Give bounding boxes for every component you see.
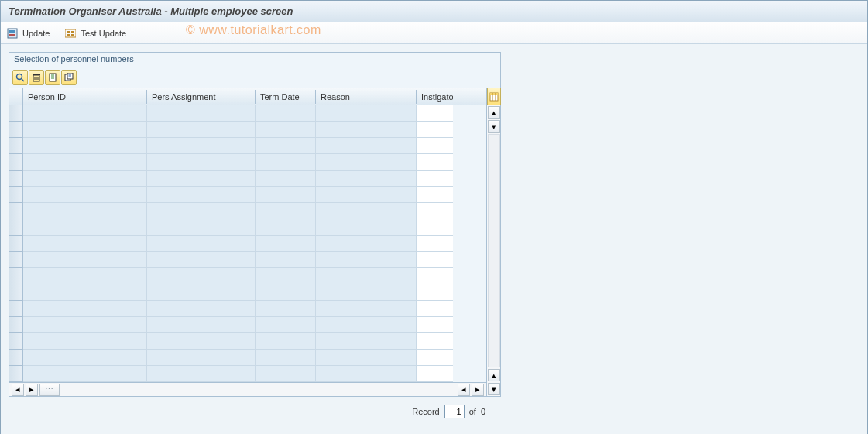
update-button[interactable]: Update xyxy=(7,28,50,39)
cell-reason[interactable] xyxy=(316,122,417,138)
row-selector[interactable] xyxy=(9,236,23,252)
cell-pers-assignment[interactable] xyxy=(147,301,256,317)
cell-term-date[interactable] xyxy=(256,317,316,333)
cell-term-date[interactable] xyxy=(256,366,316,382)
cell-pers-assignment[interactable] xyxy=(147,187,256,203)
cell-instigator[interactable] xyxy=(417,105,453,122)
row-selector[interactable] xyxy=(9,154,23,170)
row-selector[interactable] xyxy=(9,170,23,187)
cell-pers-assignment[interactable] xyxy=(147,350,256,366)
cell-pers-assignment[interactable] xyxy=(147,366,256,382)
cell-pers-assignment[interactable] xyxy=(147,268,256,284)
cell-pers-assignment[interactable] xyxy=(147,284,256,301)
cell-term-date[interactable] xyxy=(256,122,316,138)
cell-person-id[interactable] xyxy=(23,301,147,317)
cell-pers-assignment[interactable] xyxy=(147,333,256,350)
cell-person-id[interactable] xyxy=(23,105,147,122)
cell-term-date[interactable] xyxy=(256,170,316,187)
cell-term-date[interactable] xyxy=(256,154,316,170)
cell-reason[interactable] xyxy=(316,236,417,252)
cell-instigator[interactable] xyxy=(417,154,453,170)
vscroll-up-button[interactable]: ▴ xyxy=(488,106,500,119)
cell-person-id[interactable] xyxy=(23,284,147,301)
cell-pers-assignment[interactable] xyxy=(147,203,256,219)
cell-person-id[interactable] xyxy=(23,219,147,236)
record-number-input[interactable] xyxy=(444,405,465,418)
cell-instigator[interactable] xyxy=(417,187,453,203)
row-selector[interactable] xyxy=(9,187,23,203)
cell-person-id[interactable] xyxy=(23,122,147,138)
cell-person-id[interactable] xyxy=(23,236,147,252)
row-selector[interactable] xyxy=(9,252,23,268)
cell-person-id[interactable] xyxy=(23,268,147,284)
cell-instigator[interactable] xyxy=(417,350,453,366)
cell-term-date[interactable] xyxy=(256,284,316,301)
cell-term-date[interactable] xyxy=(256,236,316,252)
cell-reason[interactable] xyxy=(316,301,417,317)
cell-reason[interactable] xyxy=(316,219,417,236)
cell-instigator[interactable] xyxy=(417,252,453,268)
hscroll-right-button[interactable]: ▸ xyxy=(26,384,38,396)
cell-term-date[interactable] xyxy=(256,301,316,317)
cell-instigator[interactable] xyxy=(417,268,453,284)
cell-pers-assignment[interactable] xyxy=(147,154,256,170)
col-header-pers-assignment[interactable]: Pers Assignment xyxy=(147,90,256,104)
row-selector[interactable] xyxy=(9,301,23,317)
cell-term-date[interactable] xyxy=(256,252,316,268)
grid-search-button[interactable] xyxy=(12,70,28,85)
cell-person-id[interactable] xyxy=(23,350,147,366)
row-selector-header[interactable] xyxy=(9,88,23,105)
row-selector[interactable] xyxy=(9,268,23,284)
cell-reason[interactable] xyxy=(316,138,417,154)
row-selector[interactable] xyxy=(9,350,23,366)
grid-duplicate-button[interactable] xyxy=(61,70,77,85)
grid-delete-button[interactable] xyxy=(29,70,44,85)
cell-person-id[interactable] xyxy=(23,170,147,187)
cell-term-date[interactable] xyxy=(256,105,316,122)
row-selector[interactable] xyxy=(9,333,23,350)
cell-instigator[interactable] xyxy=(417,203,453,219)
vscroll-down-step-button[interactable]: ▾ xyxy=(488,120,500,133)
cell-person-id[interactable] xyxy=(23,317,147,333)
cell-reason[interactable] xyxy=(316,284,417,301)
cell-reason[interactable] xyxy=(316,366,417,382)
row-selector[interactable] xyxy=(9,203,23,219)
cell-reason[interactable] xyxy=(316,105,417,122)
row-selector[interactable] xyxy=(9,284,23,301)
cell-person-id[interactable] xyxy=(23,333,147,350)
cell-instigator[interactable] xyxy=(417,236,453,252)
col-header-reason[interactable]: Reason xyxy=(316,90,417,104)
cell-reason[interactable] xyxy=(316,333,417,350)
row-selector[interactable] xyxy=(9,366,23,382)
vscroll-track[interactable] xyxy=(488,134,500,367)
cell-pers-assignment[interactable] xyxy=(147,219,256,236)
cell-instigator[interactable] xyxy=(417,301,453,317)
cell-instigator[interactable] xyxy=(417,284,453,301)
cell-reason[interactable] xyxy=(316,268,417,284)
cell-instigator[interactable] xyxy=(417,317,453,333)
grid-copy-button[interactable] xyxy=(45,70,60,85)
cell-reason[interactable] xyxy=(316,252,417,268)
cell-instigator[interactable] xyxy=(417,138,453,154)
cell-person-id[interactable] xyxy=(23,252,147,268)
grid-settings-button[interactable] xyxy=(487,88,501,105)
cell-term-date[interactable] xyxy=(256,268,316,284)
hscroll-thumb[interactable]: ⋯ xyxy=(39,384,60,396)
cell-term-date[interactable] xyxy=(256,350,316,366)
cell-pers-assignment[interactable] xyxy=(147,236,256,252)
cell-pers-assignment[interactable] xyxy=(147,122,256,138)
col-header-person-id[interactable]: Person ID xyxy=(23,90,147,104)
vscroll-down-button[interactable]: ▾ xyxy=(488,383,500,395)
cell-instigator[interactable] xyxy=(417,366,453,382)
cell-term-date[interactable] xyxy=(256,219,316,236)
cell-reason[interactable] xyxy=(316,170,417,187)
hscroll-left-end-button[interactable]: ◂ xyxy=(458,384,470,396)
cell-person-id[interactable] xyxy=(23,203,147,219)
vscroll-up-step-button[interactable]: ▴ xyxy=(488,369,500,381)
cell-instigator[interactable] xyxy=(417,333,453,350)
cell-term-date[interactable] xyxy=(256,203,316,219)
cell-pers-assignment[interactable] xyxy=(147,138,256,154)
cell-instigator[interactable] xyxy=(417,219,453,236)
hscroll-right-end-button[interactable]: ▸ xyxy=(472,384,484,396)
test-update-button[interactable]: Test Update xyxy=(65,28,126,39)
